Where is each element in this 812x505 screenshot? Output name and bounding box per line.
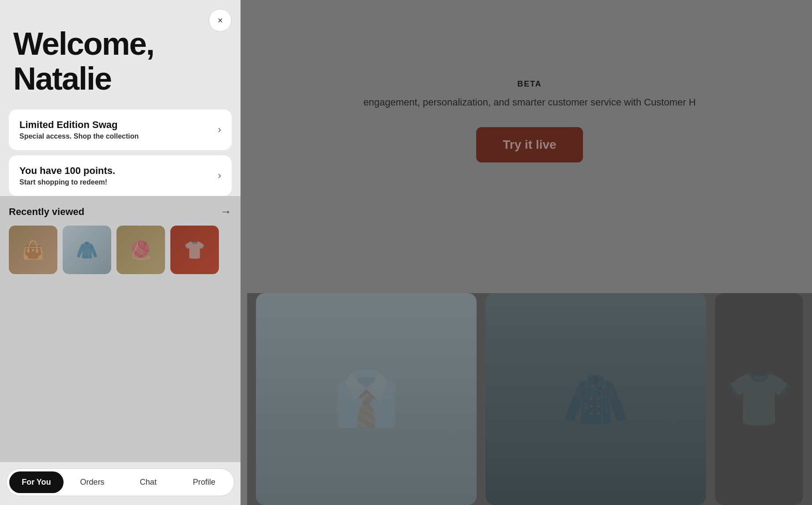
recently-viewed-header: Recently viewed → [9,205,232,219]
bottom-nav: For You Orders Chat Profile [0,462,241,505]
welcome-name: Natalie [13,61,111,96]
recently-item-1[interactable]: 👜 [9,226,57,274]
close-icon: × [218,15,223,26]
nav-for-you-label: For You [22,478,51,486]
nav-for-you[interactable]: For You [9,471,64,493]
nav-chat-label: Chat [140,478,157,486]
thumb-3-icon: 🧶 [117,226,165,274]
dark-overlay [241,0,812,505]
points-card[interactable]: You have 100 points. Start shopping to r… [9,155,232,196]
points-card-subtitle: Start shopping to redeem! [19,178,115,186]
swag-card-content: Limited Edition Swag Special access. Sho… [19,119,139,140]
swag-card-arrow: › [218,124,221,136]
nav-chat[interactable]: Chat [121,471,176,493]
recently-viewed-arrow[interactable]: → [220,205,232,219]
points-card-arrow: › [218,170,221,181]
thumb-2-icon: 🧥 [63,226,111,274]
points-card-content: You have 100 points. Start shopping to r… [19,165,115,186]
recently-item-4[interactable]: 👕 [170,226,219,274]
recently-viewed-section: Recently viewed → 👜 🧥 🧶 👕 [0,196,241,462]
cards-section: Limited Edition Swag Special access. Sho… [0,109,241,196]
nav-profile-label: Profile [193,478,215,486]
thumb-1-icon: 👜 [9,226,57,274]
recently-viewed-title: Recently viewed [9,206,84,218]
welcome-line1: Welcome, [13,26,154,61]
swag-card[interactable]: Limited Edition Swag Special access. Sho… [9,109,232,150]
points-card-title: You have 100 points. [19,165,115,177]
welcome-section: Welcome, Natalie [0,0,241,105]
swag-card-subtitle: Special access. Shop the collection [19,132,139,140]
side-panel: × Welcome, Natalie Limited Edition Swag … [0,0,241,505]
close-button[interactable]: × [209,9,232,32]
thumb-4-icon: 👕 [170,226,219,274]
nav-profile[interactable]: Profile [177,471,231,493]
recently-item-3[interactable]: 🧶 [117,226,165,274]
recently-item-2[interactable]: 🧥 [63,226,111,274]
nav-pill: For You Orders Chat Profile [6,468,234,496]
recently-viewed-thumbs: 👜 🧥 🧶 👕 [9,226,232,274]
swag-card-title: Limited Edition Swag [19,119,139,131]
welcome-title: Welcome, Natalie [13,26,227,96]
nav-orders[interactable]: Orders [65,471,120,493]
nav-orders-label: Orders [80,478,105,486]
